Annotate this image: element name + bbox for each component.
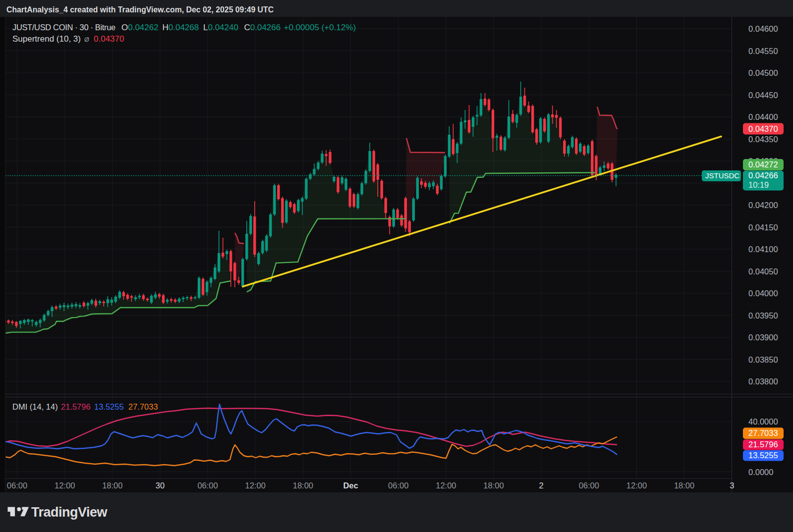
svg-text:27.7033: 27.7033: [748, 428, 778, 437]
svg-text:TradingView: TradingView: [31, 505, 108, 520]
svg-text:12:00: 12:00: [55, 481, 75, 490]
svg-text:0.04050: 0.04050: [748, 267, 778, 276]
svg-text:0.03800: 0.03800: [748, 377, 778, 386]
svg-text:0.0000: 0.0000: [748, 468, 773, 477]
svg-text:0.04150: 0.04150: [748, 223, 778, 232]
svg-text:06:00: 06:00: [388, 481, 408, 490]
svg-text:JSTUSDC: JSTUSDC: [705, 171, 739, 180]
svg-text:12:00: 12:00: [245, 481, 266, 490]
svg-text:18:00: 18:00: [293, 481, 313, 490]
svg-text:0.04400: 0.04400: [748, 112, 778, 121]
svg-text:2: 2: [539, 481, 544, 490]
svg-text:DMI (14, 14)21.579613.525527.7: DMI (14, 14)21.579613.525527.7033: [12, 402, 158, 411]
svg-text:06:00: 06:00: [197, 481, 218, 490]
svg-text:0.04450: 0.04450: [748, 91, 778, 100]
svg-text:30: 30: [156, 481, 165, 490]
svg-text:06:00: 06:00: [7, 481, 27, 490]
svg-text:0.04000: 0.04000: [748, 289, 778, 298]
svg-text:18:00: 18:00: [674, 481, 694, 490]
svg-text:0.04370: 0.04370: [748, 124, 778, 133]
svg-text:18:00: 18:00: [483, 481, 504, 490]
svg-text:Supertrend (10, 3)⌀0.04370: Supertrend (10, 3)⌀0.04370: [12, 34, 124, 44]
svg-text:10:19: 10:19: [748, 180, 769, 189]
svg-text:12:00: 12:00: [436, 481, 456, 490]
svg-text:0.04500: 0.04500: [748, 68, 778, 77]
svg-text:ChartAnalysis_4 created with T: ChartAnalysis_4 created with TradingView…: [6, 5, 274, 14]
svg-text:0.03850: 0.03850: [748, 355, 778, 364]
svg-text:0.04100: 0.04100: [748, 245, 778, 254]
svg-text:0.04266: 0.04266: [748, 171, 778, 180]
svg-text:3: 3: [730, 481, 734, 490]
svg-text:0.03950: 0.03950: [748, 311, 778, 320]
svg-text:13.5255: 13.5255: [748, 451, 778, 460]
svg-text:0.04272: 0.04272: [748, 160, 778, 169]
svg-text:0.04550: 0.04550: [748, 47, 778, 55]
svg-text:12:00: 12:00: [626, 481, 647, 490]
svg-text:Dec: Dec: [343, 481, 358, 490]
svg-text:0.04350: 0.04350: [748, 135, 778, 144]
svg-text:06:00: 06:00: [579, 481, 599, 490]
svg-text:JUST/USD COIN · 30 · BitrueO0.: JUST/USD COIN · 30 · BitrueO0.04262H0.04…: [12, 23, 356, 32]
svg-text:0.03900: 0.03900: [748, 333, 778, 342]
svg-text:21.5796: 21.5796: [748, 440, 778, 449]
svg-text:18:00: 18:00: [102, 481, 122, 490]
svg-text:40.0000: 40.0000: [748, 417, 778, 426]
svg-text:0.04600: 0.04600: [748, 24, 778, 33]
svg-text:0.04200: 0.04200: [748, 201, 778, 210]
